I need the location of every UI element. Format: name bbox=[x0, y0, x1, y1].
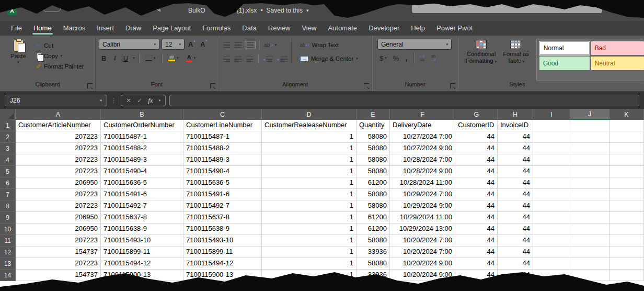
cell-E10[interactable]: 61200 bbox=[356, 223, 390, 235]
cell-C3[interactable]: 7100115488-2 bbox=[183, 143, 262, 154]
cell-G14[interactable]: 44 bbox=[455, 270, 498, 281]
cell-E14[interactable]: 33936 bbox=[356, 270, 390, 281]
cell-D8[interactable]: 1 bbox=[262, 200, 356, 212]
wrap-text-button[interactable]: ab↩ Wrap Text bbox=[298, 40, 360, 50]
cell-G5[interactable]: 44 bbox=[455, 166, 498, 177]
fill-color-button[interactable]: ▾ bbox=[166, 55, 181, 61]
cell-A11[interactable]: 207223 bbox=[16, 235, 101, 247]
cell-K5[interactable] bbox=[610, 166, 644, 177]
cell-B10[interactable]: 7100115638-9 bbox=[101, 223, 183, 235]
cell-E4[interactable]: 58080 bbox=[356, 154, 390, 166]
alignment-dialog-launcher[interactable]: ↘ bbox=[364, 83, 369, 88]
cell-I3[interactable] bbox=[533, 143, 570, 154]
cell-E1[interactable]: Quantity bbox=[356, 120, 390, 131]
cell-H3[interactable]: 44 bbox=[498, 143, 533, 154]
cell-D13[interactable]: 1 bbox=[262, 258, 356, 270]
cell-B2[interactable]: 7100115487-1 bbox=[101, 131, 183, 143]
row-header-12[interactable]: 12 bbox=[0, 247, 16, 258]
cell-I7[interactable] bbox=[533, 189, 570, 200]
cell-D5[interactable]: 1 bbox=[262, 166, 356, 177]
cell-J4[interactable] bbox=[570, 154, 610, 166]
cell-H5[interactable]: 44 bbox=[498, 166, 533, 177]
cell-E5[interactable]: 58080 bbox=[356, 166, 390, 177]
cell-I13[interactable] bbox=[533, 258, 570, 270]
cell-B12[interactable]: 7100115899-11 bbox=[101, 247, 183, 258]
cancel-button[interactable]: ✕ bbox=[126, 97, 131, 104]
cell-I10[interactable] bbox=[533, 223, 570, 235]
tab-file[interactable]: File bbox=[5, 21, 28, 36]
cell-F12[interactable]: 10/20/2024 7:00 bbox=[390, 247, 455, 258]
cell-J13[interactable] bbox=[570, 258, 610, 270]
cell-D4[interactable]: 1 bbox=[262, 154, 356, 166]
cell-K6[interactable] bbox=[610, 177, 644, 189]
cell-K4[interactable] bbox=[610, 154, 644, 166]
column-header-E[interactable]: E bbox=[356, 109, 390, 120]
cell-F5[interactable]: 10/28/2024 9:00 bbox=[390, 166, 455, 177]
row-header-13[interactable]: 13 bbox=[0, 258, 16, 270]
cell-F7[interactable]: 10/29/2024 7:00 bbox=[390, 189, 455, 200]
cell-H11[interactable]: 44 bbox=[498, 235, 533, 247]
cell-I2[interactable] bbox=[533, 131, 570, 143]
column-header-J[interactable]: J bbox=[570, 109, 610, 120]
select-all-corner[interactable] bbox=[0, 109, 16, 120]
cell-C8[interactable]: 7100115492-7 bbox=[183, 200, 262, 212]
decrease-decimal-button[interactable]: .00→0 bbox=[429, 54, 438, 62]
cell-F2[interactable]: 10/27/2024 7:00 bbox=[390, 131, 455, 143]
cell-H7[interactable]: 44 bbox=[498, 189, 533, 200]
cell-E13[interactable]: 58080 bbox=[356, 258, 390, 270]
tab-macros[interactable]: Macros bbox=[58, 21, 91, 36]
cell-J14[interactable] bbox=[570, 270, 610, 281]
cell-J9[interactable] bbox=[570, 212, 610, 223]
cell-D10[interactable]: 1 bbox=[262, 223, 356, 235]
cell-D12[interactable]: 1 bbox=[262, 247, 356, 258]
italic-button[interactable]: I bbox=[111, 54, 118, 62]
tab-review[interactable]: Review bbox=[262, 21, 296, 36]
cell-D7[interactable]: 1 bbox=[262, 189, 356, 200]
cell-E8[interactable]: 58080 bbox=[356, 200, 390, 212]
cell-E11[interactable]: 58080 bbox=[356, 235, 390, 247]
formula-input[interactable] bbox=[169, 95, 639, 106]
row-header-5[interactable]: 5 bbox=[0, 166, 16, 177]
column-header-A[interactable]: A bbox=[16, 109, 101, 120]
font-color-button[interactable]: A ▾ bbox=[183, 54, 199, 62]
cell-C7[interactable]: 7100115491-6 bbox=[183, 189, 262, 200]
tab-data[interactable]: Data bbox=[236, 21, 262, 36]
cell-D9[interactable]: 1 bbox=[262, 212, 356, 223]
cell-A8[interactable]: 207223 bbox=[16, 200, 101, 212]
cell-style-bad[interactable]: Bad bbox=[591, 41, 644, 55]
cell-G9[interactable]: 44 bbox=[455, 212, 498, 223]
cell-B5[interactable]: 7100115490-4 bbox=[101, 166, 183, 177]
row-header-8[interactable]: 8 bbox=[0, 200, 16, 212]
cell-I4[interactable] bbox=[533, 154, 570, 166]
cell-I9[interactable] bbox=[533, 212, 570, 223]
cell-H4[interactable]: 44 bbox=[498, 154, 533, 166]
increase-indent-button[interactable]: ▸ bbox=[276, 55, 289, 63]
number-format-combo[interactable]: General ▾ bbox=[377, 39, 452, 50]
cell-J12[interactable] bbox=[570, 247, 610, 258]
cell-G6[interactable]: 44 bbox=[455, 177, 498, 189]
align-bottom-button[interactable] bbox=[245, 41, 256, 49]
cell-F13[interactable]: 10/20/2024 9:00 bbox=[390, 258, 455, 270]
cell-D11[interactable]: 1 bbox=[262, 235, 356, 247]
cell-G2[interactable]: 44 bbox=[455, 131, 498, 143]
copy-button[interactable]: Copy ▾ bbox=[34, 51, 85, 61]
cell-H12[interactable]: 44 bbox=[498, 247, 533, 258]
cell-C14[interactable]: 7100115900-13 bbox=[183, 270, 262, 281]
cell-F6[interactable]: 10/28/2024 11:00 bbox=[390, 177, 455, 189]
cell-C6[interactable]: 7100115636-5 bbox=[183, 177, 262, 189]
cell-A9[interactable]: 206950 bbox=[16, 212, 101, 223]
name-box[interactable]: J26 ▾ bbox=[5, 95, 107, 106]
cell-I1[interactable] bbox=[533, 120, 570, 131]
column-header-B[interactable]: B bbox=[101, 109, 183, 120]
row-header-4[interactable]: 4 bbox=[0, 154, 16, 166]
cell-B11[interactable]: 7100115493-10 bbox=[101, 235, 183, 247]
number-dialog-launcher[interactable]: ↘ bbox=[450, 83, 455, 88]
cell-I6[interactable] bbox=[533, 177, 570, 189]
cell-H9[interactable]: 44 bbox=[498, 212, 533, 223]
cell-E12[interactable]: 33936 bbox=[356, 247, 390, 258]
tab-view[interactable]: View bbox=[296, 21, 322, 36]
comma-style-button[interactable]: , bbox=[403, 55, 409, 61]
cell-D2[interactable]: 1 bbox=[262, 131, 356, 143]
tab-home[interactable]: Home bbox=[28, 21, 58, 36]
cell-B13[interactable]: 7100115494-12 bbox=[101, 258, 183, 270]
